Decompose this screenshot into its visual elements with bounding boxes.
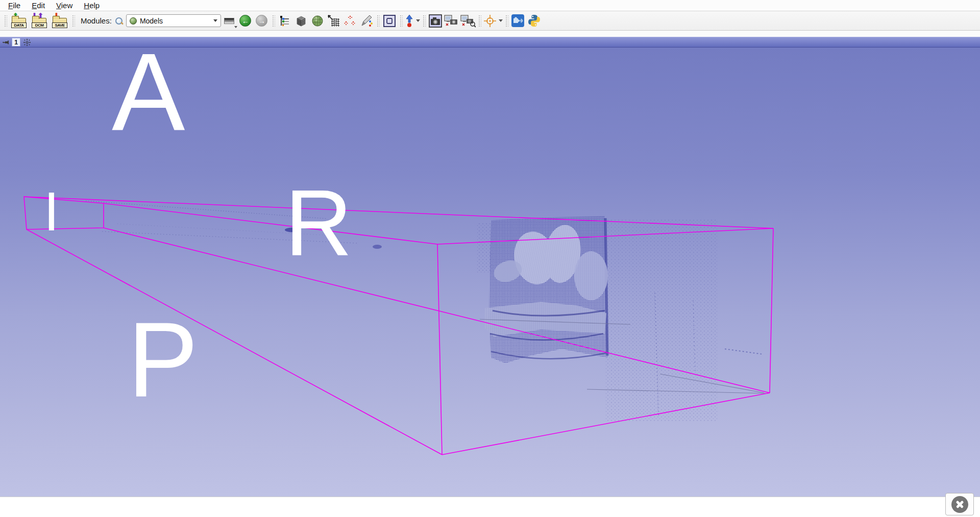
blue-up-red-down-arrows-icon [405, 14, 414, 28]
models-module-button[interactable] [310, 13, 325, 29]
modules-label: Modules: [81, 16, 112, 25]
forward-arrow-icon: → [256, 15, 267, 27]
module-back-button[interactable]: ← [238, 13, 253, 29]
screenshot-button[interactable] [428, 13, 443, 29]
chevron-down-icon [499, 19, 503, 22]
toolbar-drag-handle[interactable] [399, 14, 403, 28]
orientation-marker-posterior: P [128, 307, 198, 413]
module-selector-value: Models [140, 17, 210, 25]
view-controller-bar: 1 [0, 37, 980, 48]
annotations-module-button[interactable] [359, 13, 374, 29]
menu-view[interactable]: View [51, 1, 78, 10]
back-arrow-icon: ← [239, 15, 251, 27]
pen-with-color-dots-icon [360, 14, 373, 28]
module-history-button[interactable] [222, 13, 237, 29]
toolbar-drag-handle[interactable] [505, 14, 508, 28]
status-bar [0, 497, 980, 517]
green-faceted-sphere-icon [311, 14, 324, 28]
threed-viewport[interactable]: A I R P [0, 48, 980, 497]
view-updown-button[interactable] [405, 13, 420, 29]
dense-point-cloud [484, 216, 608, 363]
menu-bar: File Edit View Help [0, 0, 980, 11]
monitor-camera-magnifier-icon [460, 14, 476, 28]
blue-puzzle-arrow-icon [511, 14, 525, 28]
orientation-marker-right: R [285, 176, 352, 270]
menu-file[interactable]: File [3, 1, 26, 10]
transforms-module-button[interactable] [326, 13, 341, 29]
toolbar-drag-handle[interactable] [71, 14, 75, 28]
main-toolbar: ⬆ DATA ⬇ ⬆ DCM ⬇ SAVE Modules: Models [0, 11, 980, 31]
red-point-clusters-icon [344, 14, 357, 28]
chevron-down-icon [234, 26, 237, 28]
menu-help[interactable]: Help [79, 1, 105, 10]
load-dicom-label: DCM [32, 22, 47, 28]
view-frame-gap [0, 31, 980, 37]
toolbar-drag-handle[interactable] [478, 14, 481, 28]
python-console-button[interactable] [527, 13, 542, 29]
orientation-marker-inferior: I [44, 184, 59, 239]
crosshair-burst-icon[interactable] [23, 38, 31, 46]
subject-hierarchy-tree-icon [279, 15, 291, 27]
single-3d-view-layout-icon [383, 14, 396, 28]
toolbar-drag-handle[interactable] [272, 14, 275, 28]
history-swatch-icon [224, 18, 234, 24]
crosshair-button[interactable] [483, 13, 503, 29]
layout-selector-button[interactable] [382, 13, 397, 29]
load-dicom-button[interactable]: ⬇ ⬆ DCM [31, 13, 47, 29]
scene-view-restore-button[interactable] [460, 13, 476, 29]
close-notification-button[interactable] [945, 493, 974, 515]
pushpin-icon[interactable] [2, 39, 9, 46]
save-label: SAVE [52, 22, 67, 28]
extensions-manager-button[interactable] [510, 13, 526, 29]
python-logo-icon [527, 14, 541, 28]
chevron-down-icon [416, 19, 420, 22]
gray-cube-icon [295, 14, 308, 28]
scene-view-add-button[interactable] [444, 13, 459, 29]
warped-grid-arrow-icon [327, 14, 340, 28]
module-selector[interactable]: Models [126, 14, 221, 27]
menu-edit[interactable]: Edit [27, 1, 50, 10]
orientation-marker-anterior: A [112, 48, 185, 147]
save-button[interactable]: ⬇ SAVE [52, 13, 68, 29]
volumes-module-button[interactable] [293, 13, 309, 29]
camera-icon [429, 14, 442, 28]
chevron-down-icon [213, 19, 217, 22]
application-window: File Edit View Help ⬆ DATA ⬇ ⬆ DCM ⬇ SAV… [0, 0, 980, 517]
markups-module-button[interactable] [342, 13, 358, 29]
module-forward-button[interactable]: → [254, 13, 270, 29]
load-data-button[interactable]: ⬆ DATA [11, 13, 27, 29]
toolbar-drag-handle[interactable] [4, 14, 7, 28]
models-module-icon [130, 17, 137, 25]
toolbar-drag-handle[interactable] [422, 14, 426, 28]
load-data-label: DATA [11, 22, 27, 28]
data-module-button[interactable] [277, 13, 292, 29]
monitor-camera-icon [444, 14, 459, 28]
close-icon [951, 496, 968, 513]
orange-crosshair-icon [483, 14, 497, 28]
module-search-icon[interactable] [115, 17, 123, 25]
view-label[interactable]: 1 [12, 38, 20, 46]
toolbar-drag-handle[interactable] [376, 14, 380, 28]
